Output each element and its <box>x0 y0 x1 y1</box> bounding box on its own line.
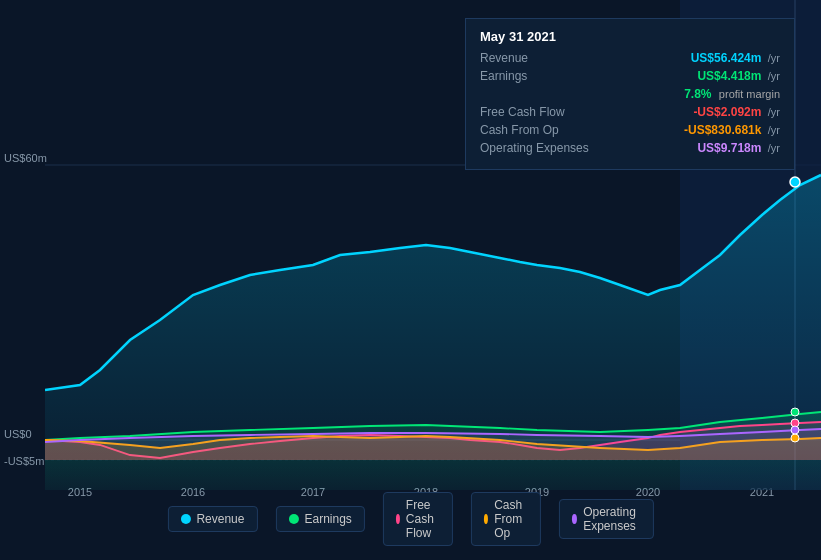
tooltip-revenue-label: Revenue <box>480 51 528 65</box>
tooltip-opex-unit: /yr <box>768 142 780 154</box>
legend-earnings-dot <box>288 514 298 524</box>
tooltip-fcf-value: -US$2.092m <box>693 105 761 119</box>
tooltip-earnings-label: Earnings <box>480 69 527 83</box>
tooltip-margin-row: 7.8% profit margin <box>480 87 780 101</box>
legend-revenue[interactable]: Revenue <box>167 506 257 532</box>
legend-fcf[interactable]: Free Cash Flow <box>383 492 453 546</box>
legend-revenue-label: Revenue <box>196 512 244 526</box>
legend-cashop-label: Cash From Op <box>494 498 528 540</box>
legend-cashop-dot <box>484 514 488 524</box>
tooltip-revenue-row: Revenue US$56.424m /yr <box>480 51 780 65</box>
legend-opex-dot <box>572 514 577 524</box>
tooltip-opex-value: US$9.718m <box>697 141 761 155</box>
legend-fcf-dot <box>396 514 400 524</box>
tooltip-opex-row: Operating Expenses US$9.718m /yr <box>480 141 780 155</box>
tooltip-date: May 31 2021 <box>480 29 780 44</box>
legend-opex[interactable]: Operating Expenses <box>559 499 654 539</box>
chart-legend: Revenue Earnings Free Cash Flow Cash Fro… <box>167 492 653 546</box>
tooltip-cashop-value: -US$830.681k <box>684 123 761 137</box>
tooltip-opex-label: Operating Expenses <box>480 141 589 155</box>
tooltip-earnings-value: US$4.418m <box>697 69 761 83</box>
legend-revenue-dot <box>180 514 190 524</box>
tooltip-cashop-row: Cash From Op -US$830.681k /yr <box>480 123 780 137</box>
tooltip-fcf-label: Free Cash Flow <box>480 105 565 119</box>
tooltip-cashop-unit: /yr <box>768 124 780 136</box>
tooltip-earnings-row: Earnings US$4.418m /yr <box>480 69 780 83</box>
legend-cashop[interactable]: Cash From Op <box>471 492 541 546</box>
svg-point-6 <box>790 177 800 187</box>
tooltip-margin-label: profit margin <box>719 88 780 100</box>
svg-point-9 <box>791 434 799 442</box>
tooltip-fcf-row: Free Cash Flow -US$2.092m /yr <box>480 105 780 119</box>
legend-fcf-label: Free Cash Flow <box>406 498 440 540</box>
svg-point-7 <box>791 408 799 416</box>
legend-earnings[interactable]: Earnings <box>275 506 364 532</box>
legend-opex-label: Operating Expenses <box>583 505 640 533</box>
tooltip-revenue-value: US$56.424m <box>691 51 762 65</box>
legend-earnings-label: Earnings <box>304 512 351 526</box>
chart-container: May 31 2021 Revenue US$56.424m /yr Earni… <box>0 0 821 560</box>
tooltip-margin-value: 7.8% <box>684 87 711 101</box>
tooltip-revenue-unit: /yr <box>768 52 780 64</box>
svg-point-10 <box>791 426 799 434</box>
tooltip-cashop-label: Cash From Op <box>480 123 559 137</box>
tooltip-panel: May 31 2021 Revenue US$56.424m /yr Earni… <box>465 18 795 170</box>
tooltip-earnings-unit: /yr <box>768 70 780 82</box>
tooltip-fcf-unit: /yr <box>768 106 780 118</box>
